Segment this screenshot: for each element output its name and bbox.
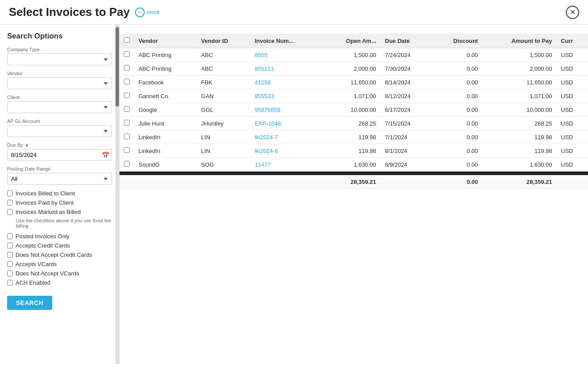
row-due-date: 8/14/2024 [380,76,432,89]
cb-no-vc-label[interactable]: Does Not Accept VCards [15,270,79,277]
discount-header: Discount [432,34,482,48]
close-icon: ✕ [570,8,576,16]
cb-ach-checkbox[interactable] [7,280,13,286]
row-due-date: 6/17/2024 [380,103,432,117]
row-discount: 0.00 [432,130,482,144]
row-discount: 0.00 [432,144,482,158]
row-checkbox-3[interactable] [124,92,130,98]
cb-ach-label[interactable]: ACH Enabled [15,279,50,286]
row-invoice-num[interactable]: 855533 [250,89,322,103]
cb-invoices-marked-checkbox[interactable] [7,209,13,215]
summary-empty3 [380,175,432,189]
vendor-header: Vendor [134,34,197,48]
row-curr: USD [557,103,588,117]
row-checkbox-cell [119,76,134,89]
row-checkbox-0[interactable] [124,51,130,57]
row-checkbox-6[interactable] [124,134,130,139]
row-invoice-num[interactable]: EXP-1048 [250,117,322,130]
cb-posted-checkbox[interactable] [7,233,13,239]
row-discount: 0.00 [432,89,482,103]
cb-accepts-vc-label[interactable]: Accepts VCards [15,261,57,267]
row-due-date: 7/30/2024 [380,62,432,76]
row-vendor: LinkedIn [134,130,197,144]
row-checkbox-7[interactable] [124,147,130,153]
posting-date-range-select[interactable]: All Today This Week This Month Custom [7,173,112,185]
row-open-amount: 1,500.00 [322,48,380,62]
summary-empty2 [250,175,322,189]
cb-posted-label[interactable]: Posted Invoices Only [15,233,69,240]
row-invoice-num[interactable]: 855111 [250,62,322,76]
row-due-date: 8/12/2024 [380,89,432,103]
due-by-input[interactable] [7,149,112,161]
vendor-select[interactable] [7,77,112,89]
company-type-group: Company Type [7,47,112,65]
sidebar-scrollbar [115,25,119,364]
row-discount: 0.00 [432,48,482,62]
checkbox-group-cb-invoices-billed: Invoices Billed to Client [7,190,112,197]
row-checkbox-1[interactable] [124,65,130,71]
calendar-icon[interactable]: 📅 [102,152,109,159]
ap-gl-account-select[interactable] [7,125,112,137]
cb-invoices-billed-label[interactable]: Invoices Billed to Client [15,190,75,197]
row-amount-to-pay: 1,630.00 [482,158,557,172]
row-invoice-num[interactable]: lki2024-7 [250,130,322,144]
cb-invoices-marked-label[interactable]: Invoices Marked as Billed [15,209,81,215]
row-due-date: 8/9/2024 [380,158,432,172]
company-type-select[interactable] [7,53,112,65]
cb-invoices-paid-label[interactable]: Invoices Paid by Client [15,199,74,206]
vendor-group: Vendor [7,71,112,89]
summary-empty [119,175,250,189]
row-checkbox-cell [119,103,134,117]
total-amount-to-pay: 28,359.21 [482,175,557,189]
row-vendor: Facebook [134,76,197,89]
sidebar-scrollbar-thumb[interactable] [115,27,119,107]
checkbox-group-cb-invoices-marked: Invoices Marked as Billed [7,209,112,215]
close-button[interactable]: ✕ [566,6,579,19]
row-curr: USD [557,76,588,89]
row-open-amount: 119.98 [322,130,380,144]
row-invoice-num[interactable]: 8555 [250,48,322,62]
cb-invoices-billed-checkbox[interactable] [7,191,13,196]
table-row: ABC Printing ABC 855111 2,000.00 7/30/20… [119,62,588,76]
row-invoice-num[interactable]: 11477 [250,158,322,172]
table-footer: 28,359.21 0.00 28,359.21 [119,172,588,189]
row-amount-to-pay: 11,650.00 [482,76,557,89]
checkbox-group-cb-accepts-vc: Accepts VCards [7,261,112,267]
cb-accepts-cc-label[interactable]: Accepts Credit Cards [15,242,70,249]
row-checkbox-5[interactable] [124,120,130,126]
client-group: Client [7,95,112,113]
row-amount-to-pay: 1,500.00 [482,48,557,62]
cb-no-cc-label[interactable]: Does Not Accept Credit Cards [15,252,92,258]
cb-invoices-paid-checkbox[interactable] [7,200,13,206]
row-discount: 0.00 [432,103,482,117]
more-button[interactable]: ··· more [135,8,160,17]
ap-gl-account-label: AP GL Account [7,118,112,124]
checkbox-group-cb-no-vc: Does Not Accept VCards [7,270,112,277]
ap-gl-account-group: AP GL Account [7,118,112,137]
row-checkbox-cell [119,130,134,144]
row-amount-to-pay: 268.25 [482,117,557,130]
row-invoice-num[interactable]: 41258 [250,76,322,89]
cb-accepts-cc-checkbox[interactable] [7,243,13,248]
row-open-amount: 1,630.00 [322,158,380,172]
vendor-label: Vendor [7,71,112,76]
select-all-header[interactable] [119,34,134,48]
table-area: Vendor Vendor ID Invoice Num... Open Am.… [119,25,588,364]
row-checkbox-2[interactable] [124,79,130,84]
table-row: Facebook FBK 41258 11,650.00 8/14/2024 0… [119,76,588,89]
row-checkbox-8[interactable] [124,161,130,167]
more-label: more [146,9,160,15]
row-vendor-id: LIN [197,130,250,144]
row-open-amount: 10,000.00 [322,103,380,117]
cb-accepts-vc-checkbox[interactable] [7,261,13,267]
sidebar: Search Options Company Type Vendor Clien… [0,25,119,364]
checkbox-group-cb-invoices-paid: Invoices Paid by Client [7,199,112,206]
row-invoice-num[interactable]: 95876859 [250,103,322,117]
cb-no-vc-checkbox[interactable] [7,271,13,276]
search-button[interactable]: SEARCH [7,296,52,310]
row-checkbox-4[interactable] [124,106,130,112]
cb-no-cc-checkbox[interactable] [7,252,13,258]
select-all-checkbox[interactable] [124,37,130,43]
client-select[interactable] [7,101,112,113]
row-invoice-num[interactable]: lki2024-8 [250,144,322,158]
